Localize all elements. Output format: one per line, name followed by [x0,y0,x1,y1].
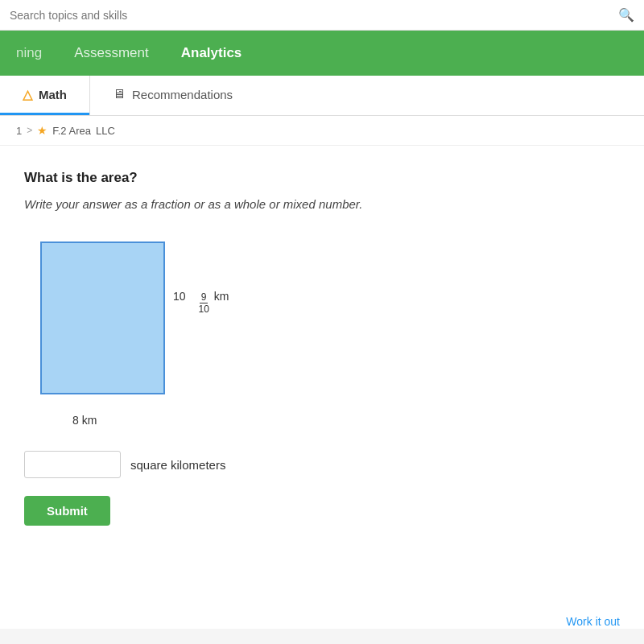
search-input[interactable] [10,9,612,22]
side-numerator: 9 [200,291,208,303]
breadcrumb-number: 1 [16,125,22,137]
search-bar: 🔍 [0,0,644,31]
side-fraction: 9 10 [196,291,210,316]
side-space [189,290,192,303]
diagram-container: 10 9 10 km 8 km [32,233,242,427]
tabs-bar: △ Math 🖥 Recommendations [0,76,644,116]
side-label: 10 9 10 km [173,290,229,316]
answer-input[interactable] [24,451,121,478]
main-content: What is the area? Write your answer as a… [0,146,644,629]
search-icon: 🔍 [618,7,634,23]
submit-button[interactable]: Submit [24,496,110,526]
breadcrumb-tag: LLC [96,125,115,137]
work-it-out-link[interactable]: Work it out [566,615,620,628]
math-icon: △ [23,87,32,102]
bottom-label: 8 km [72,414,97,427]
nav-item-assessment[interactable]: Assessment [74,39,149,68]
nav-item-learning[interactable]: ning [16,39,42,68]
area-rectangle [40,242,165,394]
answer-unit: square kilometers [130,458,225,472]
question-instruction: Write your answer as a fraction or as a … [24,197,620,211]
side-whole: 10 [173,290,186,303]
side-denominator: 10 [196,303,210,315]
nav-item-analytics[interactable]: Analytics [181,39,242,68]
tab-recommendations[interactable]: 🖥 Recommendations [90,76,255,115]
tab-math-label: Math [39,88,67,101]
breadcrumb-section: F.2 Area [52,125,91,137]
tab-recommendations-label: Recommendations [132,88,233,101]
breadcrumb: 1 > ★ F.2 Area LLC [0,116,644,146]
side-unit: km [214,290,229,303]
recommendations-icon: 🖥 [113,87,126,101]
tab-math[interactable]: △ Math [0,76,89,115]
breadcrumb-star-icon: ★ [37,124,47,137]
breadcrumb-chevron-icon: > [27,125,32,136]
question-title: What is the area? [24,170,620,186]
nav-bar: ning Assessment Analytics [0,31,644,76]
answer-row: square kilometers [24,451,620,478]
